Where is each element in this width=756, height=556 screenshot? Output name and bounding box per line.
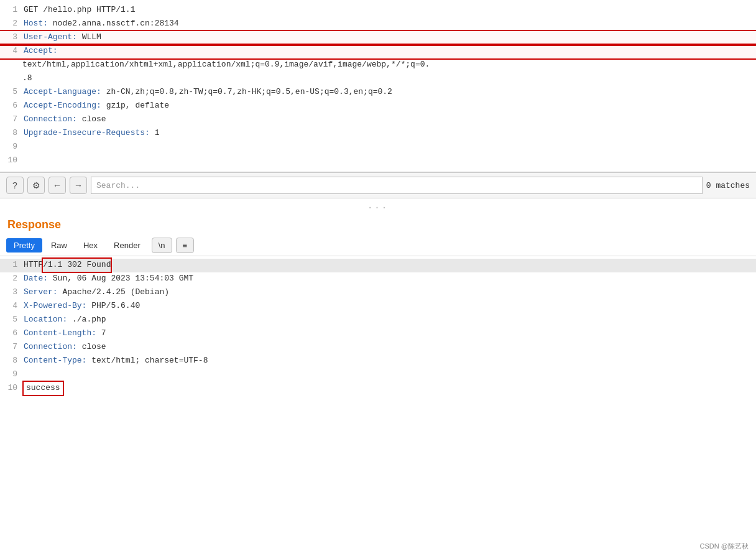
req-line-1: 1 GET /hello.php HTTP/1.1 bbox=[0, 4, 756, 17]
divider: ... bbox=[0, 198, 756, 213]
line-content: Accept-Language: zh-CN,zh;q=0.8,zh-TW;q=… bbox=[24, 86, 392, 99]
req-line-cont1: text/html,application/xhtml+xml,applicat… bbox=[0, 58, 756, 72]
line-number: 9 bbox=[5, 141, 17, 154]
req-line-6: 6 Accept-Encoding: gzip, deflate bbox=[0, 100, 756, 113]
line-content: User-Agent: WLLM bbox=[24, 31, 101, 44]
line-content: Server: Apache/2.4.25 (Debian) bbox=[24, 286, 169, 299]
search-bar: ? ⚙ ← → 0 matches bbox=[0, 172, 756, 198]
line-content: Connection: close bbox=[24, 113, 106, 126]
line-number: 2 bbox=[5, 272, 17, 285]
line-content: X-Powered-By: PHP/5.6.40 bbox=[24, 300, 140, 313]
next-match-button[interactable]: → bbox=[70, 177, 87, 194]
req-line-9: 9 bbox=[0, 141, 756, 154]
line-number: 3 bbox=[5, 31, 17, 44]
menu-button[interactable]: ≡ bbox=[176, 238, 195, 253]
response-code-area: 1 HTTP/1.1 302 Found 2 Date: Sun, 06 Aug… bbox=[0, 256, 756, 398]
req-line-2: 2 Host: node2.anna.nssctf.cn:28134 bbox=[0, 17, 756, 31]
line-number: 4 bbox=[5, 300, 17, 313]
resp-line-2: 2 Date: Sun, 06 Aug 2023 13:54:03 GMT bbox=[0, 272, 756, 286]
line-content: Location: ./a.php bbox=[24, 313, 106, 327]
req-line-7: 7 Connection: close bbox=[0, 113, 756, 127]
line-content: Accept: bbox=[24, 45, 58, 58]
resp-line-7: 7 Connection: close bbox=[0, 341, 756, 354]
line-number: 9 bbox=[5, 368, 17, 381]
line-content: HTTP/1.1 302 Found bbox=[24, 259, 111, 272]
line-number: 3 bbox=[5, 286, 17, 299]
line-number: 1 bbox=[5, 259, 17, 272]
newline-button[interactable]: \n bbox=[152, 238, 172, 253]
line-content: Content-Length: 7 bbox=[24, 327, 106, 340]
resp-line-6: 6 Content-Length: 7 bbox=[0, 327, 756, 341]
prev-match-button[interactable]: ← bbox=[48, 177, 66, 194]
response-tabs: Pretty Raw Hex Render \n ≡ bbox=[0, 235, 756, 256]
line-content: Accept-Encoding: gzip, deflate bbox=[24, 100, 169, 113]
line-content: success bbox=[24, 382, 63, 395]
req-line-3: 3 User-Agent: WLLM bbox=[0, 31, 756, 45]
response-section: Response Pretty Raw Hex Render \n ≡ 1 HT… bbox=[0, 213, 756, 398]
line-number: 6 bbox=[5, 100, 17, 113]
resp-line-5: 5 Location: ./a.php bbox=[0, 313, 756, 327]
line-number: 5 bbox=[5, 313, 17, 327]
line-number: 10 bbox=[5, 382, 17, 395]
resp-line-3: 3 Server: Apache/2.4.25 (Debian) bbox=[0, 286, 756, 300]
help-button[interactable]: ? bbox=[6, 177, 24, 194]
tab-raw[interactable]: Raw bbox=[44, 238, 75, 253]
line-content: Host: node2.anna.nssctf.cn:28134 bbox=[24, 17, 179, 30]
line-content: Connection: close bbox=[24, 341, 106, 354]
line-content: Content-Type: text/html; charset=UTF-8 bbox=[24, 354, 208, 368]
line-content: Date: Sun, 06 Aug 2023 13:54:03 GMT bbox=[24, 272, 193, 285]
req-line-5: 5 Accept-Language: zh-CN,zh;q=0.8,zh-TW;… bbox=[0, 86, 756, 100]
tab-hex[interactable]: Hex bbox=[76, 238, 105, 253]
line-number: 8 bbox=[5, 127, 17, 140]
line-number: 7 bbox=[5, 113, 17, 126]
search-input[interactable] bbox=[91, 177, 703, 194]
line-number: 7 bbox=[5, 341, 17, 354]
req-line-cont2: .8 bbox=[0, 72, 756, 86]
line-content: GET /hello.php HTTP/1.1 bbox=[24, 4, 135, 17]
req-line-4: 4 Accept: bbox=[0, 45, 756, 58]
resp-line-1: 1 HTTP/1.1 302 Found bbox=[0, 259, 756, 272]
line-number: 4 bbox=[5, 45, 17, 58]
resp-line-4: 4 X-Powered-By: PHP/5.6.40 bbox=[0, 300, 756, 313]
tab-render[interactable]: Render bbox=[106, 238, 148, 253]
req-line-8: 8 Upgrade-Insecure-Requests: 1 bbox=[0, 127, 756, 141]
resp-line-9: 9 bbox=[0, 368, 756, 382]
line-content: Upgrade-Insecure-Requests: 1 bbox=[24, 127, 159, 140]
match-count: 0 matches bbox=[706, 181, 750, 190]
request-section: 1 GET /hello.php HTTP/1.1 2 Host: node2.… bbox=[0, 0, 756, 172]
line-number: 1 bbox=[5, 4, 17, 17]
tab-pretty[interactable]: Pretty bbox=[6, 238, 42, 253]
line-number: 2 bbox=[5, 17, 17, 30]
line-number: 8 bbox=[5, 354, 17, 368]
req-line-10: 10 bbox=[0, 154, 756, 168]
request-code-area: 1 GET /hello.php HTTP/1.1 2 Host: node2.… bbox=[0, 0, 756, 172]
line-number: 5 bbox=[5, 86, 17, 99]
resp-line-10: 10 success bbox=[0, 382, 756, 396]
line-number: 10 bbox=[5, 154, 17, 167]
response-title: Response bbox=[0, 213, 756, 235]
line-number: 6 bbox=[5, 327, 17, 340]
settings-button[interactable]: ⚙ bbox=[27, 177, 45, 194]
resp-line-8: 8 Content-Type: text/html; charset=UTF-8 bbox=[0, 354, 756, 368]
line-content: .8 bbox=[22, 72, 32, 85]
line-content: text/html,application/xhtml+xml,applicat… bbox=[22, 58, 430, 72]
